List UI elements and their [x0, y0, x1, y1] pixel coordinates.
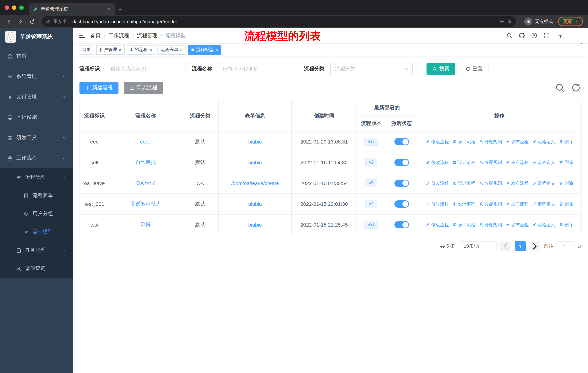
action-design[interactable]: 设计流程: [452, 201, 475, 207]
new-tab-button[interactable]: [115, 4, 125, 14]
action-assign-rule[interactable]: 分配规则: [479, 139, 502, 145]
action-design[interactable]: 设计流程: [452, 159, 475, 166]
action-publish[interactable]: 发布流程: [506, 222, 529, 228]
sidebar-item-system[interactable]: 系统管理: [0, 66, 73, 87]
action-publish[interactable]: 发布流程: [506, 201, 529, 207]
help-icon[interactable]: [531, 32, 537, 39]
url-bar[interactable]: 不安全 dashboard.yudao.iocoder.cn/bpm/manag…: [42, 16, 516, 27]
action-delete[interactable]: 删除: [559, 201, 573, 207]
reset-button[interactable]: 重置: [460, 63, 488, 75]
action-edit[interactable]: 修改流程: [426, 159, 449, 166]
update-button[interactable]: 更新: [558, 17, 583, 26]
tag-tenant-management[interactable]: 租户管理×: [96, 45, 125, 54]
action-definition[interactable]: 流程定义: [532, 180, 555, 186]
action-publish[interactable]: 发布流程: [506, 139, 529, 145]
menu-dots-icon[interactable]: [574, 19, 579, 24]
tab-close-icon[interactable]: [107, 7, 111, 11]
sidebar-item-infrastructure[interactable]: 基础设施: [0, 107, 73, 128]
create-process-button[interactable]: 新建流程: [79, 81, 118, 94]
sidebar-item-process-management[interactable]: 流程管理: [0, 168, 73, 186]
process-name-input[interactable]: [218, 63, 298, 75]
sidebar-item-dev-tools[interactable]: 研发工具: [0, 128, 73, 148]
form-info-link[interactable]: biubiu: [248, 139, 262, 145]
action-edit[interactable]: 修改流程: [426, 180, 449, 186]
breadcrumb-item-home[interactable]: 首页: [90, 32, 101, 39]
action-publish[interactable]: 发布流程: [506, 159, 529, 166]
action-delete[interactable]: 删除: [559, 139, 573, 145]
tag-my-process[interactable]: 我的流程×: [127, 45, 155, 54]
action-design[interactable]: 设计流程: [452, 222, 475, 228]
form-info-link[interactable]: biubiu: [248, 160, 262, 165]
action-delete[interactable]: 删除: [559, 222, 573, 228]
action-assign-rule[interactable]: 分配规则: [479, 201, 502, 207]
process-name-link[interactable]: OA 请假: [136, 180, 155, 186]
tag-home[interactable]: 首页: [79, 45, 94, 54]
action-design[interactable]: 设计流程: [452, 180, 475, 186]
window-minimize-button[interactable]: [12, 5, 16, 10]
action-edit[interactable]: 修改流程: [426, 222, 449, 228]
action-publish[interactable]: 发布流程: [506, 180, 529, 186]
password-key-icon[interactable]: [499, 19, 504, 24]
tag-close-icon[interactable]: ×: [180, 48, 183, 52]
process-name-link[interactable]: 自己审批: [136, 159, 156, 165]
page-size-select[interactable]: 10条/页: [460, 241, 496, 251]
toggle-search-button[interactable]: [555, 82, 565, 93]
tag-process-model[interactable]: 流程模型×: [188, 45, 221, 54]
bookmark-star-icon[interactable]: [507, 19, 512, 24]
search-button[interactable]: 搜索: [427, 63, 455, 75]
sidebar-item-workflow[interactable]: 工作流程: [0, 148, 73, 168]
form-info-link[interactable]: biubiu: [248, 222, 262, 228]
tag-process-form[interactable]: 流程表单×: [158, 45, 186, 54]
next-page-button[interactable]: [529, 241, 540, 251]
form-info-link[interactable]: /bpm/oa/leave/create: [231, 180, 279, 186]
sidebar-item-payment[interactable]: 支付管理: [0, 87, 73, 107]
active-toggle[interactable]: [394, 138, 409, 145]
forward-button[interactable]: [15, 16, 26, 27]
back-button[interactable]: [4, 16, 14, 27]
form-info-link[interactable]: biubiu: [248, 201, 262, 207]
goto-page-input[interactable]: [557, 241, 573, 251]
fullscreen-icon[interactable]: [544, 32, 550, 39]
process-key-input[interactable]: [106, 63, 186, 75]
action-delete[interactable]: 删除: [559, 159, 573, 166]
action-definition[interactable]: 流程定义: [532, 159, 555, 166]
active-toggle[interactable]: [394, 159, 409, 166]
reload-button[interactable]: [27, 16, 37, 27]
current-page-button[interactable]: 1: [515, 241, 526, 251]
sidebar-item-task-management[interactable]: 任务管理: [0, 241, 73, 259]
sidebar-item-leave-query[interactable]: 请假查询: [0, 259, 73, 278]
process-name-link[interactable]: 滔博: [141, 222, 151, 227]
browser-tab[interactable]: 芋道管理系统: [29, 3, 115, 15]
font-size-icon[interactable]: [556, 32, 562, 39]
sidebar-collapse-button[interactable]: [79, 32, 85, 39]
active-toggle[interactable]: [394, 200, 409, 208]
refresh-table-button[interactable]: [570, 82, 581, 93]
action-definition[interactable]: 流程定义: [532, 139, 555, 145]
import-process-button[interactable]: 导入流程: [124, 81, 163, 94]
action-definition[interactable]: 流程定义: [532, 222, 555, 228]
action-assign-rule[interactable]: 分配规则: [479, 180, 502, 186]
tag-close-icon[interactable]: ×: [149, 48, 152, 52]
breadcrumb-item-workflow[interactable]: 工作流程: [109, 32, 129, 39]
window-close-button[interactable]: [5, 5, 9, 10]
active-toggle[interactable]: [394, 221, 409, 228]
action-edit[interactable]: 修改流程: [426, 201, 449, 207]
github-icon[interactable]: [519, 32, 525, 39]
action-definition[interactable]: 流程定义: [532, 201, 555, 207]
tag-close-icon[interactable]: ×: [119, 48, 121, 52]
active-toggle[interactable]: [394, 180, 409, 187]
tag-close-icon[interactable]: ×: [215, 48, 218, 52]
process-name-link[interactable]: eeee: [140, 139, 151, 145]
user-avatar[interactable]: [568, 29, 582, 42]
window-zoom-button[interactable]: [19, 5, 24, 10]
sidebar-item-home[interactable]: 首页: [0, 46, 73, 66]
sidebar-item-user-group[interactable]: 用户分组: [0, 205, 73, 223]
category-select[interactable]: 流程分类: [330, 63, 413, 75]
sidebar-item-process-form[interactable]: 流程表单: [0, 186, 73, 205]
sidebar-item-process-model[interactable]: 流程模型: [0, 223, 73, 241]
action-design[interactable]: 设计流程: [452, 139, 475, 145]
breadcrumb-item-process-management[interactable]: 流程管理: [137, 32, 158, 39]
action-assign-rule[interactable]: 分配规则: [479, 159, 502, 166]
action-delete[interactable]: 删除: [559, 180, 573, 186]
process-name-link[interactable]: 测试多审批人: [130, 201, 161, 207]
